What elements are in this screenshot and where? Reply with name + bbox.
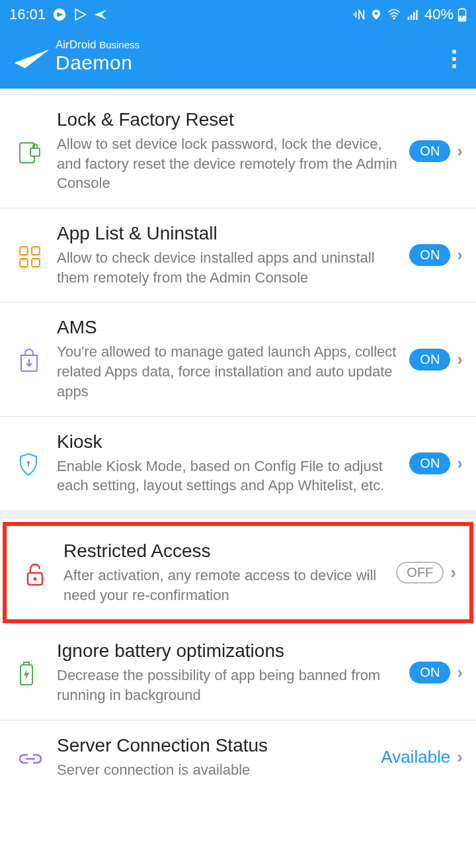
apps-grid-icon [19, 243, 45, 268]
chevron-right-icon: › [450, 562, 456, 583]
unlock-icon [25, 560, 52, 586]
header-title: Daemon [56, 52, 139, 75]
toggle-on[interactable]: ON [409, 349, 450, 370]
svg-point-2 [393, 17, 395, 19]
location-icon [370, 7, 382, 22]
row-ignore-battery[interactable]: Ignore battery optimizations Decrease th… [0, 626, 476, 720]
row-title: App List & Uninstall [57, 223, 397, 244]
app-logo-icon [13, 43, 50, 69]
vibrate-icon [352, 7, 366, 22]
header-biz: Business [99, 39, 139, 50]
row-kiosk[interactable]: Kiosk Enable Kiosk Mode, based on Config… [0, 417, 476, 510]
row-title: Server Connection Status [57, 735, 369, 756]
row-title: Restricted Access [63, 541, 384, 562]
svg-rect-13 [32, 247, 40, 255]
svg-rect-17 [28, 462, 29, 466]
toggle-off[interactable]: OFF [396, 562, 444, 584]
server-status-value: Available [381, 747, 450, 767]
battery-bolt-icon [19, 659, 45, 687]
svg-rect-11 [30, 148, 40, 156]
svg-point-1 [375, 12, 378, 15]
header-brand: AirDroid [56, 38, 96, 51]
toggle-on[interactable]: ON [409, 140, 450, 162]
svg-rect-15 [32, 259, 40, 267]
row-title: Lock & Factory Reset [57, 109, 397, 130]
chevron-right-icon: › [457, 141, 463, 161]
status-time: 16:01 [9, 6, 46, 23]
app-header: AirDroid Business Daemon [0, 29, 476, 89]
signal-icon [406, 8, 420, 21]
row-desc: Allow to set device lock password, lock … [57, 134, 397, 193]
toggle-on[interactable]: ON [409, 453, 450, 474]
svg-rect-12 [20, 247, 28, 255]
row-restricted-access[interactable]: Restricted Access After activation, any … [7, 526, 469, 619]
svg-rect-14 [20, 259, 28, 267]
chevron-right-icon: › [457, 453, 463, 474]
section-divider [0, 510, 476, 519]
row-desc: You're allowed to manage gated launch Ap… [57, 342, 397, 401]
svg-rect-6 [416, 10, 418, 20]
link-icon [19, 750, 45, 765]
svg-rect-5 [413, 13, 415, 21]
row-title: Kiosk [57, 431, 397, 453]
toggle-on[interactable]: ON [409, 662, 450, 683]
row-desc: Enable Kiosk Mode, based on Config File … [57, 456, 397, 496]
shield-lock-icon [19, 450, 45, 476]
toggle-on[interactable]: ON [409, 244, 450, 266]
svg-rect-8 [461, 8, 463, 9]
play-icon [73, 8, 87, 21]
chevron-right-icon: › [457, 662, 463, 683]
lock-device-icon [19, 139, 45, 164]
battery-icon [457, 7, 467, 22]
row-lock-factory-reset[interactable]: Lock & Factory Reset Allow to set device… [0, 94, 476, 208]
row-title: Ignore battery optimizations [57, 640, 397, 662]
svg-rect-21 [24, 662, 29, 665]
send-icon [93, 7, 108, 22]
status-battery-pct: 40% [424, 6, 454, 23]
row-desc: Allow to check device installed apps and… [57, 248, 397, 287]
status-bar: 16:01 40% [0, 0, 476, 29]
chevron-right-icon: › [457, 747, 463, 767]
svg-rect-3 [408, 17, 410, 20]
row-server-connection[interactable]: Server Connection Status Server connecti… [0, 720, 476, 795]
highlight-restricted-access: Restricted Access After activation, any … [3, 522, 473, 623]
svg-rect-4 [411, 15, 413, 20]
chevron-right-icon: › [457, 349, 463, 370]
settings-list: Lock & Factory Reset Allow to set device… [0, 94, 476, 794]
wifi-icon [386, 8, 402, 21]
row-app-list-uninstall[interactable]: App List & Uninstall Allow to check devi… [0, 208, 476, 302]
svg-point-19 [34, 577, 37, 580]
chevron-right-icon: › [457, 245, 463, 265]
row-desc: After activation, any remote access to d… [63, 566, 384, 605]
row-ams[interactable]: AMS You're allowed to manage gated launc… [0, 302, 476, 416]
row-title: AMS [57, 317, 397, 338]
row-desc: Server connection is available [57, 760, 369, 780]
row-desc: Decrease the possibility of app being ba… [57, 666, 397, 705]
shopping-bag-icon [19, 346, 45, 372]
overflow-menu-icon[interactable] [452, 50, 456, 68]
app-circle-icon [52, 7, 67, 22]
